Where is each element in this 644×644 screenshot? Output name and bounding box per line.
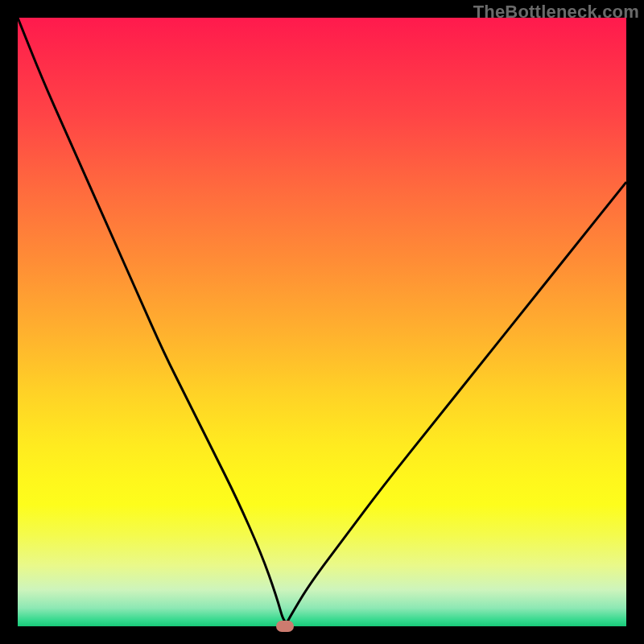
watermark-text: TheBottleneck.com [473,2,639,23]
chart-background-gradient [18,18,626,626]
chart-frame [18,18,626,626]
optimal-point-marker [276,621,294,632]
